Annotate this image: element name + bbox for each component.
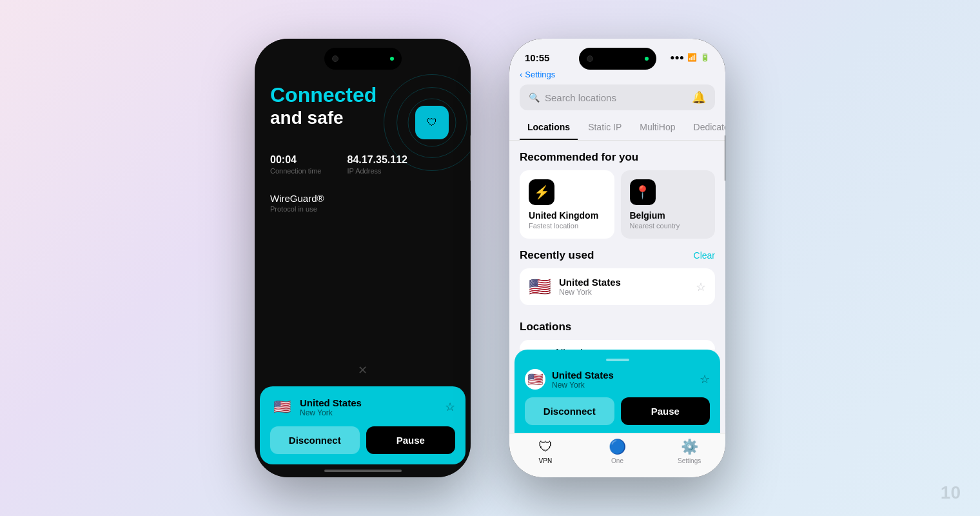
tab-multihop[interactable]: MultiHop [632,115,683,140]
recommended-title: Recommended for you [509,141,725,170]
phone-1: 🛡 Connected and safe 00:04 Connection ti… [255,39,471,477]
dynamic-island-1 [324,48,402,70]
active-country: United States [552,370,614,381]
protocol-label: Protocol in use [270,205,455,213]
rec-card-be[interactable]: 📍 Belgium Nearest country [621,170,716,239]
tab-static-ip[interactable]: Static IP [580,115,629,140]
active-action-buttons: Disconnect Pause [525,397,710,425]
active-us-flag-icon: 🇺🇸 [525,369,545,390]
connection-time-label: Connection time [270,167,322,175]
bottom-panel-1: 🇺🇸 United States New York ☆ Disconnect [260,386,466,464]
shield-button[interactable]: 🛡 [415,106,449,139]
island-camera-1 [332,55,338,62]
recently-us-city: New York [559,288,621,297]
active-city: New York [552,381,614,390]
rec-card-be-desc: Nearest country [630,222,707,230]
connection-time-value: 00:04 [270,154,322,166]
chevron-left-icon: ‹ [520,70,522,79]
phone1-content: 🛡 Connected and safe 00:04 Connection ti… [255,39,471,359]
active-location-bar: 🇺🇸 United States New York ☆ Disconnect P… [514,350,720,433]
drag-handle [606,359,629,361]
tabs-row: Locations Static IP MultiHop Dedicated I… [509,115,725,141]
island-dot-1 [390,57,394,61]
recently-us-favorite-icon[interactable]: ☆ [696,280,706,294]
phone1-pause-button[interactable]: Pause [366,426,456,454]
tab-dedicated-ip[interactable]: Dedicated IP [686,115,725,140]
active-location-text: United States New York [552,370,614,390]
protocol-row: WireGuard® Protocol in use [270,193,455,213]
recently-us-flag: 🇺🇸 [529,276,551,297]
recently-used-title: Recently used [520,249,594,262]
clear-button[interactable]: Clear [694,250,715,261]
tab-bar-vpn[interactable]: 🛡 VPN [509,439,582,464]
notification-bell-icon[interactable]: 🔔 [692,90,706,104]
phone2-pause-button[interactable]: Pause [621,397,710,425]
locations-section-title: Locations [509,310,725,340]
protocol-name: WireGuard® [270,193,455,204]
rec-card-uk[interactable]: ⚡ United Kingdom Fastest location [520,170,614,239]
tab-bar: 🛡 VPN 🔵 One ⚙️ Settings [509,433,725,477]
wifi-icon: 📶 [687,53,697,62]
one-icon: 🔵 [609,439,626,455]
phone1-flag: 🇺🇸 [270,395,293,419]
island-camera-2 [587,55,593,62]
tab-locations[interactable]: Locations [520,115,578,140]
watermark: 10 [941,482,961,503]
recently-used-header: Recently used Clear [509,249,725,268]
active-location-info: 🇺🇸 United States New York [525,369,614,390]
tab-bar-one-label: One [611,457,623,464]
rec-card-be-country: Belgium [630,210,707,221]
locations-content: Recommended for you ⚡ United Kingdom Fas… [509,141,725,350]
shield-icon: 🛡 [427,117,437,128]
us-flag-icon: 🇺🇸 [273,399,291,415]
signal-icon: ●●● [670,53,684,62]
phone2-screen: 10:55 ●●● 📶 🔋 ‹ Settings 🔍 Search locati… [509,39,725,477]
phone2-disconnect-button[interactable]: Disconnect [525,397,614,425]
rec-card-uk-icon: ⚡ [529,179,554,205]
active-favorite-icon[interactable]: ☆ [700,372,710,386]
location-item-albania[interactable]: 🇦🇱 Albania Tirana ☆ [520,340,715,350]
radar-container: 🛡 [380,71,471,174]
search-icon: 🔍 [529,92,540,103]
search-bar[interactable]: 🔍 Search locations 🔔 [520,84,715,110]
phone1-bottom: ✕ 🇺🇸 United States New York [255,359,471,477]
recently-us-text: United States New York [559,277,621,297]
recommended-cards: ⚡ United Kingdom Fastest location 📍 Belg… [509,170,725,249]
phone1-disconnect-button[interactable]: Disconnect [270,426,360,454]
phone1-home-bar [324,470,402,472]
rec-card-uk-desc: Fastest location [529,222,605,230]
phone1-location-text: United States New York [300,397,362,417]
rec-card-be-icon: 📍 [630,179,656,205]
phone-2: 10:55 ●●● 📶 🔋 ‹ Settings 🔍 Search locati… [509,39,725,477]
active-location-row: 🇺🇸 United States New York ☆ [525,369,710,390]
battery-icon: 🔋 [700,53,710,62]
phone1-city: New York [300,408,362,417]
status-time: 10:55 [525,52,549,63]
back-label: Settings [525,70,555,79]
phone1-favorite-icon[interactable]: ☆ [445,400,455,414]
phones-container: 🛡 Connected and safe 00:04 Connection ti… [255,39,725,477]
dynamic-island-2 [579,48,656,70]
recently-us-country: United States [559,277,621,288]
tab-bar-settings-label: Settings [678,457,701,464]
connection-time-stat: 00:04 Connection time [270,154,322,175]
rec-card-uk-country: United Kingdom [529,210,605,221]
recently-used-item-us[interactable]: 🇺🇸 United States New York ☆ [520,268,715,305]
close-icon[interactable]: ✕ [255,359,471,381]
vpn-icon: 🛡 [538,439,553,455]
location-row-1: 🇺🇸 United States New York ☆ [270,395,455,419]
tab-bar-settings[interactable]: ⚙️ Settings [653,439,725,464]
tab-bar-one[interactable]: 🔵 One [582,439,654,464]
phone1-screen: 🛡 Connected and safe 00:04 Connection ti… [255,39,471,477]
phone1-action-buttons: Disconnect Pause [270,426,455,454]
island-dot-2 [645,57,649,61]
search-placeholder-text: Search locations [545,92,616,103]
location-info-1: 🇺🇸 United States New York [270,395,362,419]
tab-bar-vpn-label: VPN [539,457,553,464]
status-icons: ●●● 📶 🔋 [670,53,710,62]
settings-icon: ⚙️ [681,439,698,455]
phone1-country: United States [300,397,362,408]
